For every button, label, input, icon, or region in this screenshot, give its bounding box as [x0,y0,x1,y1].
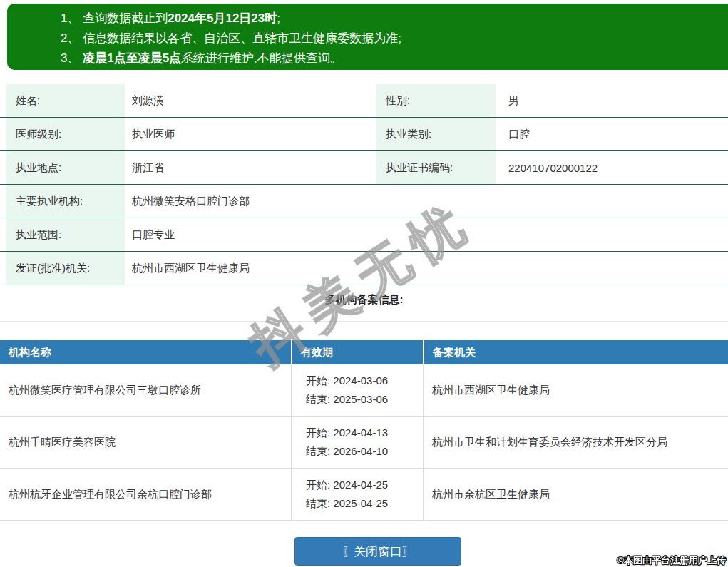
info-row-level-category: 医师级别: 执业医师 执业类别: 口腔 [0,118,728,151]
org-validity: 开始: 2024-04-25 结束: 2025-04-25 [291,469,423,520]
org-header-name: 机构名称 [0,340,291,364]
practice-location-label: 执业地点: [0,151,125,184]
org-row: 杭州杭牙企业管理有限公司余杭口腔门诊部 开始: 2024-04-25 结束: 2… [0,469,728,521]
footer-upload-credit: ©本图由平台注册用户上传 [617,554,726,567]
org-row: 杭州微笑医疗管理有限公司三墩口腔诊所 开始: 2024-03-06 结束: 20… [0,364,728,417]
practice-location-value: 浙江省 [125,151,376,184]
org-authority: 杭州市余杭区卫生健康局 [423,469,728,520]
org-name: 杭州千晴医疗美容医院 [0,417,291,468]
practice-category-value: 口腔 [496,118,728,150]
notice-banner: 1、 查询数据截止到2024年5月12日23时; 2、 信息数据结果以各省、自治… [7,4,728,70]
license-number-value: 220410702000122 [496,151,728,184]
info-row-location-license: 执业地点: 浙江省 执业证书编码: 220410702000122 [0,151,728,185]
org-validity: 开始: 2024-04-13 结束: 2026-04-10 [291,417,423,468]
info-row-name-gender: 姓名: 刘源潢 性别: 男 [0,84,728,118]
org-validity: 开始: 2024-03-06 结束: 2025-03-06 [291,364,423,416]
info-row-main-institution: 主要执业机构: 杭州微笑安格口腔门诊部 [0,185,728,218]
practice-scope-value: 口腔专业 [125,218,728,251]
gender-value: 男 [496,84,728,117]
section-divider [0,321,728,322]
notice-line-1: 1、 查询数据截止到2024年5月12日23时; [61,9,728,29]
main-institution-value: 杭州微笑安格口腔门诊部 [125,185,728,218]
org-row: 杭州千晴医疗美容医院 开始: 2024-04-13 结束: 2026-04-10… [0,417,728,469]
org-name: 杭州微笑医疗管理有限公司三墩口腔诊所 [0,364,291,416]
org-authority: 杭州市卫生和计划生育委员会经济技术开发区分局 [423,417,728,468]
license-number-label: 执业证书编码: [376,151,496,184]
info-row-practice-scope: 执业范围: 口腔专业 [0,218,728,252]
gender-label: 性别: [376,84,496,117]
validity-end: 结束: 2025-04-25 [306,494,388,513]
main-institution-label: 主要执业机构: [0,185,125,218]
name-value: 刘源潢 [125,84,376,117]
validity-start: 开始: 2024-04-25 [306,476,388,494]
issuing-authority-value: 杭州市西湖区卫生健康局 [125,252,728,285]
issuing-authority-label: 发证(批准)机关: [0,252,125,285]
org-table-header: 机构名称 有效期 备案机关 [0,340,728,364]
notice-line-2: 2、 信息数据结果以各省、自治区、直辖市卫生健康委数据为准; [61,29,728,48]
name-label: 姓名: [0,84,125,117]
practice-scope-label: 执业范围: [0,218,125,251]
validity-start: 开始: 2024-04-13 [306,424,388,442]
practitioner-info-table: 姓名: 刘源潢 性别: 男 医师级别: 执业医师 执业类别: 口腔 执业地点: … [0,84,728,285]
org-name: 杭州杭牙企业管理有限公司余杭口腔门诊部 [0,469,291,520]
notice-line-3: 3、 凌晨1点至凌晨5点系统进行维护,不能提供查询。 [61,48,728,68]
close-window-button[interactable]: 〖关闭窗口〗 [294,537,461,566]
org-authority: 杭州市西湖区卫生健康局 [423,364,728,416]
validity-start: 开始: 2024-03-06 [306,372,388,390]
doctor-level-value: 执业医师 [125,118,376,150]
info-row-issuing-authority: 发证(批准)机关: 杭州市西湖区卫生健康局 [0,252,728,285]
validity-end: 结束: 2025-03-06 [306,390,388,409]
multi-org-table: 机构名称 有效期 备案机关 杭州微笑医疗管理有限公司三墩口腔诊所 开始: 202… [0,340,728,521]
org-header-authority: 备案机关 [423,340,728,364]
doctor-level-label: 医师级别: [0,118,125,150]
practice-category-label: 执业类别: [376,118,496,150]
multi-org-section-title: 多机构备案信息: [0,293,728,307]
validity-end: 结束: 2026-04-10 [306,442,388,461]
org-header-validity: 有效期 [291,340,423,364]
